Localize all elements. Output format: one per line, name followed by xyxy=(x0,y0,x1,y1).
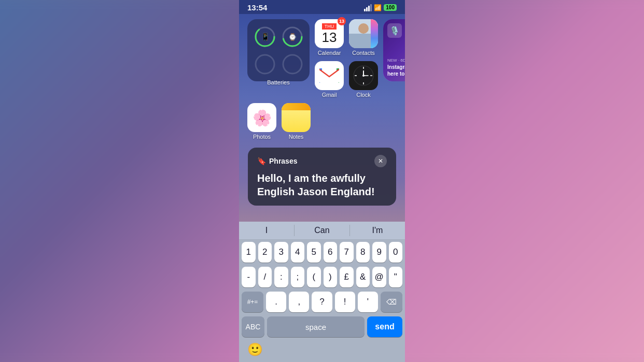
contacts-label: Contacts xyxy=(352,50,374,56)
gmail-icon xyxy=(315,61,344,90)
home-screen: 📱 ⌚ xyxy=(239,14,405,222)
phrases-popup: 🔖 Phrases ✕ Hello, I am the awfully Engl… xyxy=(248,148,396,206)
notes-label: Notes xyxy=(289,134,304,140)
autocomplete-word2[interactable]: Can xyxy=(295,225,350,236)
key-7[interactable]: 7 xyxy=(340,242,354,263)
bottom-bar: 🙂 xyxy=(239,339,405,362)
key-4[interactable]: 4 xyxy=(291,242,305,263)
key-ampersand[interactable]: & xyxy=(356,267,370,287)
battery-circle-3 xyxy=(253,52,277,76)
battery-circle-4 xyxy=(280,52,304,76)
phrases-close-button[interactable]: ✕ xyxy=(374,155,387,167)
clock-label: Clock xyxy=(356,92,371,98)
batteries-label: Batteries xyxy=(267,79,289,85)
calendar-day: THU xyxy=(322,23,337,30)
row1: 📱 ⌚ xyxy=(247,19,397,98)
key-pound[interactable]: £ xyxy=(340,267,354,287)
key-send[interactable]: send xyxy=(367,316,402,337)
key-hashplus[interactable]: #+= xyxy=(242,292,263,312)
podcast-widget[interactable]: 🎙️ NEW · 6D AGO Instagram Threads is her… xyxy=(383,19,405,81)
contacts-app[interactable]: Contacts xyxy=(349,19,378,56)
phrases-header: 🔖 Phrases ✕ xyxy=(257,155,387,167)
clock-icon xyxy=(349,61,378,90)
status-bar: 13:54 📶 100 xyxy=(239,0,405,14)
notes-app[interactable]: Notes xyxy=(282,103,311,140)
contacts-icon xyxy=(349,19,378,48)
svg-rect-11 xyxy=(319,68,339,71)
key-comma[interactable]: , xyxy=(289,292,309,312)
batteries-widget[interactable]: 📱 ⌚ xyxy=(247,19,310,81)
apps-2col-right: THU 13 13 Calendar xyxy=(315,19,378,98)
notes-lines xyxy=(293,110,299,132)
battery-level: 100 xyxy=(384,4,397,11)
key-dash[interactable]: - xyxy=(242,267,256,287)
gmail-app[interactable]: Gmail xyxy=(315,61,344,98)
calendar-badge: 13 xyxy=(338,17,346,25)
key-apostrophe[interactable]: ' xyxy=(358,292,378,312)
key-exclaim[interactable]: ! xyxy=(335,292,355,312)
key-delete[interactable]: ⌫ xyxy=(381,292,402,312)
key-5[interactable]: 5 xyxy=(307,242,321,263)
notes-top-bar xyxy=(282,103,311,110)
number-row: 1 2 3 4 5 6 7 8 9 0 xyxy=(239,240,405,265)
podcast-app-icon: 🎙️ xyxy=(387,23,402,38)
phrases-title-area: 🔖 Phrases xyxy=(257,157,297,165)
contacts-stripe xyxy=(371,19,378,48)
autocomplete-row: I Can I'm xyxy=(239,222,405,240)
podcast-header: 🎙️ xyxy=(387,23,405,38)
gmail-clock-row: Gmail xyxy=(315,61,378,98)
emoji-button[interactable]: 🙂 xyxy=(247,342,263,357)
key-9[interactable]: 9 xyxy=(372,242,386,263)
svg-point-6 xyxy=(256,55,274,74)
podcast-new-label: NEW · 6D AGO xyxy=(387,58,405,63)
photos-app[interactable]: 🌸 Photos xyxy=(247,103,276,140)
keyboard-area: I Can I'm 1 2 3 4 5 6 7 8 9 0 - / : ; ( … xyxy=(239,222,405,362)
status-time: 13:54 xyxy=(247,3,267,12)
key-semicolon[interactable]: ; xyxy=(291,267,305,287)
podcast-mic-icon: 🎙️ xyxy=(389,26,400,36)
svg-point-7 xyxy=(283,55,302,74)
autocomplete-word3[interactable]: I'm xyxy=(350,225,405,236)
key-period[interactable]: . xyxy=(266,292,286,312)
key-abc[interactable]: ABC xyxy=(242,316,264,337)
contact-body xyxy=(354,38,373,48)
notes-icon xyxy=(282,103,311,132)
photos-icon: 🌸 xyxy=(247,103,276,132)
app-grid: 📱 ⌚ xyxy=(239,14,405,145)
key-openparen[interactable]: ( xyxy=(307,267,321,287)
key-closeparen[interactable]: ) xyxy=(324,267,338,287)
key-colon[interactable]: : xyxy=(274,267,288,287)
key-question[interactable]: ? xyxy=(312,292,332,312)
phone-frame: 13:54 📶 100 xyxy=(239,0,405,362)
calendar-contacts-row: THU 13 13 Calendar xyxy=(315,19,378,56)
key-2[interactable]: 2 xyxy=(258,242,272,263)
key-at[interactable]: @ xyxy=(372,267,386,287)
svg-text:📱: 📱 xyxy=(260,33,270,41)
contact-head xyxy=(358,23,369,34)
calendar-app[interactable]: THU 13 13 Calendar xyxy=(315,19,344,56)
podcast-title: Instagram Threads is here to crush T... xyxy=(387,64,405,77)
key-1[interactable]: 1 xyxy=(242,242,256,263)
batteries-widget-area: 📱 ⌚ xyxy=(247,19,310,85)
key-3[interactable]: 3 xyxy=(274,242,288,263)
clock-app[interactable]: Clock xyxy=(349,61,378,98)
key-quote[interactable]: " xyxy=(389,267,403,287)
symbol-row2: #+= . , ? ! ' ⌫ xyxy=(239,289,405,314)
symbol-row1: - / : ; ( ) £ & @ " xyxy=(239,265,405,289)
key-6[interactable]: 6 xyxy=(324,242,338,263)
status-icons: 📶 100 xyxy=(364,4,397,11)
battery-circle-watch: ⌚ xyxy=(280,24,304,49)
key-0[interactable]: 0 xyxy=(389,242,403,263)
bookmark-icon: 🔖 xyxy=(257,157,266,165)
key-space[interactable]: space xyxy=(267,316,365,337)
signal-bars-icon xyxy=(364,4,372,11)
phrases-text: Hello, I am the awfully English Jason En… xyxy=(257,171,387,198)
autocomplete-word1[interactable]: I xyxy=(239,225,295,236)
key-8[interactable]: 8 xyxy=(356,242,370,263)
svg-point-20 xyxy=(362,75,365,77)
key-slash[interactable]: / xyxy=(258,267,272,287)
phrases-title: Phrases xyxy=(269,157,297,165)
calendar-label: Calendar xyxy=(318,50,341,56)
bottom-row: ABC space send xyxy=(239,314,405,339)
wifi-icon: 📶 xyxy=(374,4,382,11)
